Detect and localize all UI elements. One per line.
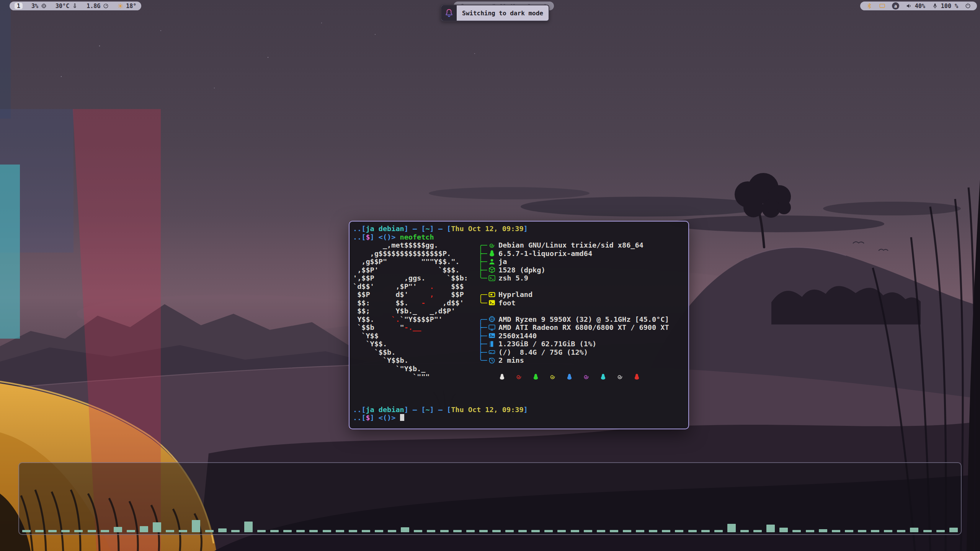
cpu-icon [41,3,47,9]
visualizer-bar [531,530,540,532]
penguin-icon [633,373,640,380]
temperature-value: 30°C [56,3,69,10]
visualizer-bar [949,528,958,532]
weather-module: 18° [118,3,136,10]
visualizer-bar [701,530,710,532]
penguin-icon [488,249,496,257]
memory-icon [488,340,496,348]
notification-toast[interactable]: Switching to dark mode [441,5,549,21]
visualizer-bar [740,530,749,532]
info-row: ╭─AMD Ryzen 9 5950X (32) @ 5.1GHz [45.0°… [479,315,688,324]
info-row: ╭─Debian GNU/Linux trixie/sid x86_64 [479,241,688,249]
visualizer-bar [884,530,892,532]
visualizer-bar [140,526,148,532]
window-icon [488,291,496,298]
weather-value: 18° [126,3,136,10]
visualizer-bar [309,530,318,532]
workspace-indicator[interactable]: 1 [15,3,23,9]
visualizer-bar [127,530,135,532]
info-row: ╰─2 mins [479,356,688,365]
prompt-line: ..[ja@debian] – [~] – [Thu Oct 12, 09:39… [353,406,688,414]
cpu-value: 3% [31,3,38,10]
visualizer-bar [832,530,840,532]
debian-swirl-icon [549,373,556,380]
visualizer-bar [74,530,83,532]
microphone-module[interactable]: 100 % [932,3,958,10]
penguin-icon [599,373,607,380]
visualizer-bar [466,530,475,532]
visualizer-bar [636,530,644,532]
package-icon [488,266,496,274]
debian-swirl-icon [616,373,624,380]
app-badge[interactable]: a [892,2,899,10]
visualizer-bar [792,530,801,532]
visualizer-bar [557,530,566,532]
visualizer-bar [440,530,449,532]
visualizer-bar [336,530,344,532]
desktop: { "colors":{ "bar_bg":"#b9b6c6","bar_tex… [0,0,980,551]
visualizer-bar [610,530,618,532]
visualizer-bar [375,530,383,532]
info-row: ├─(/) 8.4G / 75G (12%) [479,348,688,357]
visualizer-bar [283,530,292,532]
visualizer-bar [48,530,57,532]
info-row: ├─6.5.7-1-liquorix-amd64 [479,249,688,258]
visualizer-bar [244,522,253,532]
bell-icon [444,8,454,18]
visualizer-bar [270,530,279,532]
visualizer-bar [35,530,44,532]
visualizer-bar [414,530,422,532]
visualizer-bar [623,530,631,532]
visualizer-bar [858,530,866,532]
info-row: ├─ja [479,258,688,266]
neofetch-output: _,met$$$$$gg. ,g$$$$$$$$$$$$$$$P. ,g$$P"… [353,241,688,381]
microphone-icon [932,3,938,9]
visualizer-bar [727,524,736,532]
notification-message: Switching to dark mode [457,5,549,21]
visualizer-bar [714,530,723,532]
visualizer-bar [231,530,240,532]
visualizer-bar [675,530,683,532]
terminal-window[interactable]: ..[ja@debian] – [~] – [Thu Oct 12, 09:39… [349,221,689,429]
system-info: ╭─Debian GNU/Linux trixie/sid x86_64├─6.… [479,241,688,381]
thermometer-icon [72,3,78,9]
debian-swirl-icon [515,373,523,380]
visualizer-bar [544,530,553,532]
visualizer-bar [388,530,396,532]
temperature-module: 30°C [56,3,78,10]
wall-blue-corner [0,0,11,119]
visualizer-bar [649,530,657,532]
penguin-icon [498,373,506,380]
bluetooth-icon[interactable] [866,3,872,9]
status-bar-right: a 40% 100 % [860,2,977,10]
visualizer-bar [779,528,788,532]
sun-icon [118,3,123,9]
visualizer-bar [22,530,31,532]
power-button[interactable] [965,3,971,9]
memory-value: 1.8G [87,3,100,10]
volume-module[interactable]: 40% [906,3,925,10]
penguin-icon [566,373,573,380]
visualizer-bar [910,528,918,532]
visualizer-bar [936,530,945,532]
gpu-icon [488,324,496,331]
shell-icon [488,274,496,282]
input-line[interactable]: ..[$] <()> [353,414,688,422]
info-row: ╭─Hyprland [479,290,688,299]
visualizer-bar [753,530,762,532]
disk-icon [488,348,496,356]
audio-visualizer [22,509,958,532]
command-line: ..[$] <()> neofetch [353,233,688,241]
display-icon [488,332,496,339]
info-row: ╰─foot [479,299,688,307]
screenshare-icon[interactable] [879,3,885,9]
visualizer-bar [806,530,814,532]
visualizer-bar [597,530,605,532]
visualizer-bar [218,528,227,532]
visualizer-bar [845,530,853,532]
gauge-icon [103,3,109,9]
visualizer-bar [179,530,187,532]
info-row: ├─AMD ATI Radeon RX 6800/6800 XT / 6900 … [479,323,688,332]
visualizer-bar [427,530,435,532]
visualizer-bar [401,527,409,532]
